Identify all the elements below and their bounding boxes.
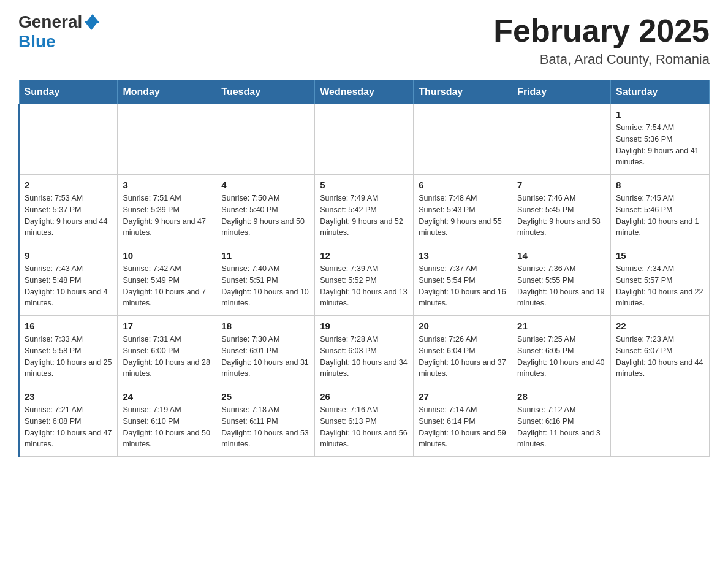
table-row: 16Sunrise: 7:33 AMSunset: 5:58 PMDayligh…	[19, 316, 118, 386]
logo-blue-text: Blue	[18, 32, 56, 52]
day-info: Sunrise: 7:34 AMSunset: 5:57 PMDaylight:…	[616, 263, 704, 309]
table-row	[611, 386, 710, 457]
table-row: 19Sunrise: 7:28 AMSunset: 6:03 PMDayligh…	[315, 316, 414, 386]
table-row: 20Sunrise: 7:26 AMSunset: 6:04 PMDayligh…	[414, 316, 512, 386]
page-header: General Blue February 2025 Bata, Arad Co…	[18, 12, 710, 67]
month-title: February 2025	[493, 12, 710, 49]
day-number: 5	[320, 180, 408, 190]
header-row: Sunday Monday Tuesday Wednesday Thursday…	[19, 80, 710, 104]
day-info: Sunrise: 7:14 AMSunset: 6:14 PMDaylight:…	[419, 404, 507, 450]
table-row: 10Sunrise: 7:42 AMSunset: 5:49 PMDayligh…	[118, 245, 216, 316]
day-number: 12	[320, 250, 408, 261]
table-row: 9Sunrise: 7:43 AMSunset: 5:48 PMDaylight…	[19, 245, 118, 316]
day-number: 26	[320, 391, 408, 402]
day-number: 17	[123, 321, 211, 331]
day-info: Sunrise: 7:23 AMSunset: 6:07 PMDaylight:…	[616, 334, 704, 380]
day-number: 21	[517, 321, 605, 331]
day-info: Sunrise: 7:19 AMSunset: 6:10 PMDaylight:…	[123, 404, 211, 450]
day-info: Sunrise: 7:51 AMSunset: 5:39 PMDaylight:…	[123, 193, 211, 239]
day-info: Sunrise: 7:37 AMSunset: 5:54 PMDaylight:…	[419, 263, 507, 309]
table-row	[414, 104, 512, 175]
calendar-week-0: 1Sunrise: 7:54 AMSunset: 5:36 PMDaylight…	[19, 104, 710, 175]
day-info: Sunrise: 7:53 AMSunset: 5:37 PMDaylight:…	[25, 193, 112, 239]
header-thursday: Thursday	[414, 80, 512, 104]
day-number: 27	[419, 391, 507, 402]
day-info: Sunrise: 7:26 AMSunset: 6:04 PMDaylight:…	[419, 334, 507, 380]
table-row: 27Sunrise: 7:14 AMSunset: 6:14 PMDayligh…	[414, 386, 512, 457]
table-row: 3Sunrise: 7:51 AMSunset: 5:39 PMDaylight…	[118, 175, 216, 245]
day-info: Sunrise: 7:31 AMSunset: 6:00 PMDaylight:…	[123, 334, 211, 380]
day-info: Sunrise: 7:50 AMSunset: 5:40 PMDaylight:…	[221, 193, 309, 239]
table-row	[216, 104, 315, 175]
table-row: 26Sunrise: 7:16 AMSunset: 6:13 PMDayligh…	[315, 386, 414, 457]
day-number: 28	[517, 391, 605, 402]
day-number: 6	[419, 180, 507, 190]
table-row	[19, 104, 118, 175]
header-wednesday: Wednesday	[315, 80, 414, 104]
day-number: 11	[221, 250, 309, 261]
day-info: Sunrise: 7:25 AMSunset: 6:05 PMDaylight:…	[517, 334, 605, 380]
table-row: 22Sunrise: 7:23 AMSunset: 6:07 PMDayligh…	[611, 316, 710, 386]
table-row: 1Sunrise: 7:54 AMSunset: 5:36 PMDaylight…	[611, 104, 710, 175]
logo: General Blue	[18, 12, 100, 52]
day-info: Sunrise: 7:46 AMSunset: 5:45 PMDaylight:…	[517, 193, 605, 239]
day-number: 9	[25, 250, 112, 261]
day-number: 2	[25, 180, 112, 190]
table-row	[118, 104, 216, 175]
calendar-week-4: 23Sunrise: 7:21 AMSunset: 6:08 PMDayligh…	[19, 386, 710, 457]
header-saturday: Saturday	[611, 80, 710, 104]
table-row: 7Sunrise: 7:46 AMSunset: 5:45 PMDaylight…	[512, 175, 611, 245]
day-number: 15	[616, 250, 704, 261]
table-row: 21Sunrise: 7:25 AMSunset: 6:05 PMDayligh…	[512, 316, 611, 386]
day-info: Sunrise: 7:49 AMSunset: 5:42 PMDaylight:…	[320, 193, 408, 239]
table-row: 17Sunrise: 7:31 AMSunset: 6:00 PMDayligh…	[118, 316, 216, 386]
day-number: 19	[320, 321, 408, 331]
day-number: 3	[123, 180, 211, 190]
title-area: February 2025 Bata, Arad County, Romania	[493, 12, 710, 67]
location: Bata, Arad County, Romania	[493, 52, 710, 67]
day-number: 18	[221, 321, 309, 331]
calendar-header: Sunday Monday Tuesday Wednesday Thursday…	[19, 80, 710, 104]
day-info: Sunrise: 7:45 AMSunset: 5:46 PMDaylight:…	[616, 193, 704, 239]
table-row	[512, 104, 611, 175]
calendar-table: Sunday Monday Tuesday Wednesday Thursday…	[18, 80, 710, 457]
table-row: 13Sunrise: 7:37 AMSunset: 5:54 PMDayligh…	[414, 245, 512, 316]
calendar-week-1: 2Sunrise: 7:53 AMSunset: 5:37 PMDaylight…	[19, 175, 710, 245]
day-number: 8	[616, 180, 704, 190]
day-number: 14	[517, 250, 605, 261]
table-row: 25Sunrise: 7:18 AMSunset: 6:11 PMDayligh…	[216, 386, 315, 457]
day-info: Sunrise: 7:54 AMSunset: 5:36 PMDaylight:…	[616, 122, 704, 168]
table-row: 28Sunrise: 7:12 AMSunset: 6:16 PMDayligh…	[512, 386, 611, 457]
day-number: 25	[221, 391, 309, 402]
header-monday: Monday	[118, 80, 216, 104]
table-row: 11Sunrise: 7:40 AMSunset: 5:51 PMDayligh…	[216, 245, 315, 316]
header-tuesday: Tuesday	[216, 80, 315, 104]
day-number: 13	[419, 250, 507, 261]
table-row: 6Sunrise: 7:48 AMSunset: 5:43 PMDaylight…	[414, 175, 512, 245]
table-row: 24Sunrise: 7:19 AMSunset: 6:10 PMDayligh…	[118, 386, 216, 457]
day-info: Sunrise: 7:42 AMSunset: 5:49 PMDaylight:…	[123, 263, 211, 309]
table-row: 15Sunrise: 7:34 AMSunset: 5:57 PMDayligh…	[611, 245, 710, 316]
calendar-body: 1Sunrise: 7:54 AMSunset: 5:36 PMDaylight…	[19, 104, 710, 457]
calendar-week-2: 9Sunrise: 7:43 AMSunset: 5:48 PMDaylight…	[19, 245, 710, 316]
day-number: 20	[419, 321, 507, 331]
header-sunday: Sunday	[19, 80, 118, 104]
table-row: 4Sunrise: 7:50 AMSunset: 5:40 PMDaylight…	[216, 175, 315, 245]
day-number: 1	[616, 109, 704, 120]
day-info: Sunrise: 7:48 AMSunset: 5:43 PMDaylight:…	[419, 193, 507, 239]
day-info: Sunrise: 7:39 AMSunset: 5:52 PMDaylight:…	[320, 263, 408, 309]
day-number: 16	[25, 321, 112, 331]
day-number: 23	[25, 391, 112, 402]
day-number: 24	[123, 391, 211, 402]
day-number: 4	[221, 180, 309, 190]
day-number: 7	[517, 180, 605, 190]
day-number: 22	[616, 321, 704, 331]
day-info: Sunrise: 7:43 AMSunset: 5:48 PMDaylight:…	[25, 263, 112, 309]
day-info: Sunrise: 7:33 AMSunset: 5:58 PMDaylight:…	[25, 334, 112, 380]
table-row: 12Sunrise: 7:39 AMSunset: 5:52 PMDayligh…	[315, 245, 414, 316]
table-row: 5Sunrise: 7:49 AMSunset: 5:42 PMDaylight…	[315, 175, 414, 245]
logo-general-text: General	[18, 12, 82, 32]
table-row: 23Sunrise: 7:21 AMSunset: 6:08 PMDayligh…	[19, 386, 118, 457]
day-info: Sunrise: 7:21 AMSunset: 6:08 PMDaylight:…	[25, 404, 112, 450]
table-row: 8Sunrise: 7:45 AMSunset: 5:46 PMDaylight…	[611, 175, 710, 245]
